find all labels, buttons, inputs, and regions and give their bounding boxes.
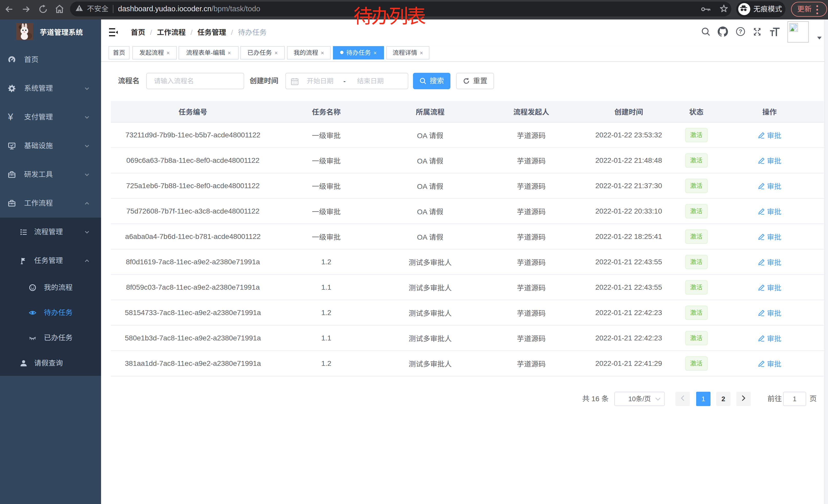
svg-text:?: ? — [739, 28, 742, 35]
